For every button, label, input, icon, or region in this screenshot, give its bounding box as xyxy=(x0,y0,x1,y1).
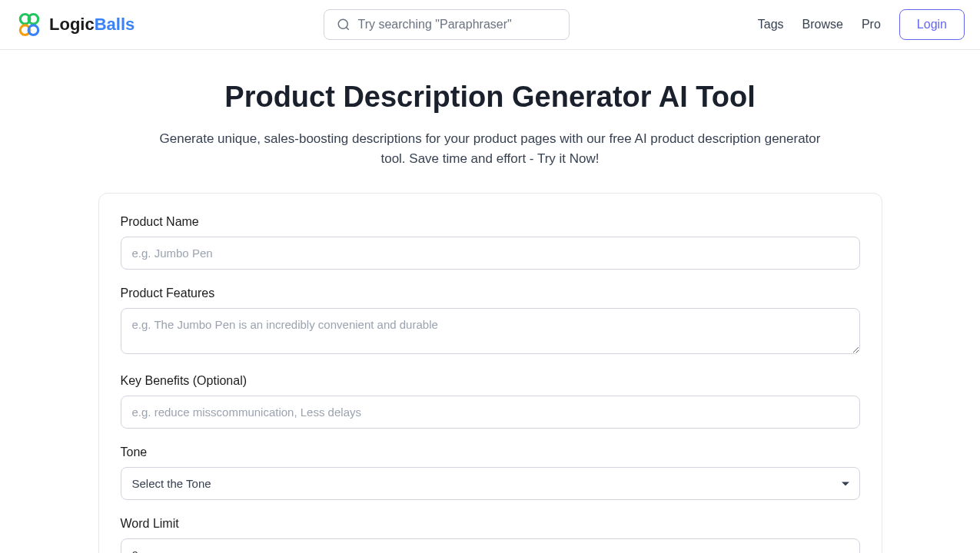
nav-browse[interactable]: Browse xyxy=(802,18,843,31)
login-button[interactable]: Login xyxy=(899,9,965,40)
header: LogicBalls Tags Browse Pro Login xyxy=(0,0,980,50)
key-benefits-group: Key Benefits (Optional) xyxy=(121,374,860,429)
tone-select[interactable]: Select the Tone xyxy=(121,467,860,500)
product-features-input[interactable] xyxy=(121,308,860,354)
nav-pro[interactable]: Pro xyxy=(862,18,881,31)
nav-tags[interactable]: Tags xyxy=(758,18,784,31)
key-benefits-input[interactable] xyxy=(121,396,860,429)
word-limit-group: Word Limit xyxy=(121,517,860,553)
search-box[interactable] xyxy=(324,9,570,40)
form-card: Product Name Product Features Key Benefi… xyxy=(98,193,882,553)
product-name-group: Product Name xyxy=(121,215,860,270)
product-features-label: Product Features xyxy=(121,286,860,300)
tone-select-wrapper: Select the Tone xyxy=(121,467,860,500)
key-benefits-label: Key Benefits (Optional) xyxy=(121,374,860,388)
main: Product Description Generator AI Tool Ge… xyxy=(83,50,898,553)
svg-point-4 xyxy=(338,19,347,28)
nav: Tags Browse Pro Login xyxy=(758,9,965,40)
svg-line-5 xyxy=(346,27,348,29)
search-icon xyxy=(337,18,350,31)
logo-text: LogicBalls xyxy=(49,15,135,35)
product-features-group: Product Features xyxy=(121,286,860,357)
word-limit-input[interactable] xyxy=(121,538,860,553)
logo[interactable]: LogicBalls xyxy=(15,11,135,38)
search-input[interactable] xyxy=(358,18,556,31)
word-limit-label: Word Limit xyxy=(121,517,860,531)
page-title: Product Description Generator AI Tool xyxy=(98,81,882,114)
logo-icon xyxy=(15,11,43,38)
tone-label: Tone xyxy=(121,445,860,459)
product-name-label: Product Name xyxy=(121,215,860,229)
page-subtitle: Generate unique, sales-boosting descript… xyxy=(152,129,829,168)
tone-group: Tone Select the Tone xyxy=(121,445,860,500)
search-container xyxy=(150,9,742,40)
product-name-input[interactable] xyxy=(121,237,860,270)
